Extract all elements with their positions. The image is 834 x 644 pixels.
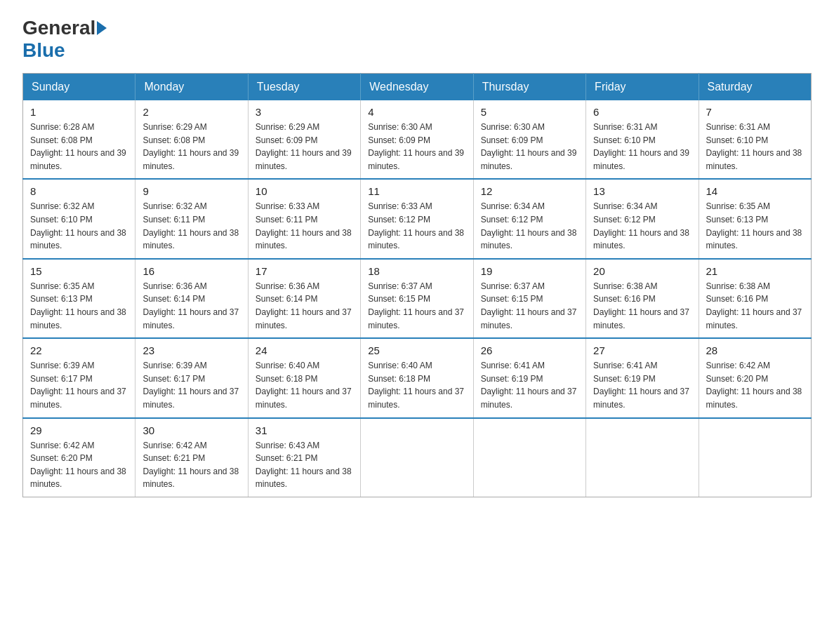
day-number: 24 [256, 344, 353, 356]
day-number: 28 [706, 344, 804, 356]
calendar-day-cell: 24Sunrise: 6:40 AMSunset: 6:18 PMDayligh… [248, 338, 360, 417]
day-info: Sunrise: 6:31 AMSunset: 6:10 PMDaylight:… [593, 121, 691, 173]
calendar-day-cell [699, 418, 811, 497]
day-info: Sunrise: 6:40 AMSunset: 6:18 PMDaylight:… [368, 359, 465, 411]
calendar-day-cell: 23Sunrise: 6:39 AMSunset: 6:17 PMDayligh… [135, 338, 248, 417]
day-info: Sunrise: 6:41 AMSunset: 6:19 PMDaylight:… [481, 359, 578, 411]
day-info: Sunrise: 6:33 AMSunset: 6:11 PMDaylight:… [256, 200, 353, 252]
calendar-day-cell [586, 418, 699, 497]
header-wednesday: Wednesday [361, 74, 473, 101]
calendar-day-cell: 11Sunrise: 6:33 AMSunset: 6:12 PMDayligh… [361, 179, 473, 258]
day-number: 5 [481, 106, 578, 118]
day-info: Sunrise: 6:35 AMSunset: 6:13 PMDaylight:… [30, 280, 128, 332]
header-sunday: Sunday [23, 74, 135, 101]
header-tuesday: Tuesday [248, 74, 360, 101]
day-info: Sunrise: 6:31 AMSunset: 6:10 PMDaylight:… [706, 121, 804, 173]
calendar-table: SundayMondayTuesdayWednesdayThursdayFrid… [22, 73, 812, 497]
day-info: Sunrise: 6:42 AMSunset: 6:20 PMDaylight:… [30, 439, 128, 491]
day-number: 6 [593, 106, 691, 118]
calendar-day-cell: 19Sunrise: 6:37 AMSunset: 6:15 PMDayligh… [473, 259, 585, 338]
calendar-week-row: 15Sunrise: 6:35 AMSunset: 6:13 PMDayligh… [23, 259, 812, 338]
calendar-day-cell: 27Sunrise: 6:41 AMSunset: 6:19 PMDayligh… [586, 338, 699, 417]
day-number: 4 [368, 106, 465, 118]
day-info: Sunrise: 6:32 AMSunset: 6:11 PMDaylight:… [143, 200, 240, 252]
logo: General Blue [22, 17, 108, 62]
day-info: Sunrise: 6:39 AMSunset: 6:17 PMDaylight:… [143, 359, 240, 411]
day-info: Sunrise: 6:38 AMSunset: 6:16 PMDaylight:… [593, 280, 691, 332]
day-info: Sunrise: 6:28 AMSunset: 6:08 PMDaylight:… [30, 121, 128, 173]
day-info: Sunrise: 6:42 AMSunset: 6:21 PMDaylight:… [143, 439, 240, 491]
calendar-day-cell: 9Sunrise: 6:32 AMSunset: 6:11 PMDaylight… [135, 179, 248, 258]
calendar-week-row: 1Sunrise: 6:28 AMSunset: 6:08 PMDaylight… [23, 100, 812, 179]
calendar-day-cell: 10Sunrise: 6:33 AMSunset: 6:11 PMDayligh… [248, 179, 360, 258]
day-info: Sunrise: 6:35 AMSunset: 6:13 PMDaylight:… [706, 200, 804, 252]
calendar-day-cell: 28Sunrise: 6:42 AMSunset: 6:20 PMDayligh… [699, 338, 811, 417]
day-number: 1 [30, 106, 128, 118]
day-info: Sunrise: 6:43 AMSunset: 6:21 PMDaylight:… [256, 439, 353, 491]
day-number: 21 [706, 265, 804, 277]
calendar-day-cell [361, 418, 473, 497]
day-number: 14 [706, 185, 804, 197]
day-info: Sunrise: 6:34 AMSunset: 6:12 PMDaylight:… [481, 200, 578, 252]
day-number: 9 [143, 185, 240, 197]
calendar-day-cell: 22Sunrise: 6:39 AMSunset: 6:17 PMDayligh… [23, 338, 135, 417]
calendar-day-cell: 20Sunrise: 6:38 AMSunset: 6:16 PMDayligh… [586, 259, 699, 338]
day-info: Sunrise: 6:37 AMSunset: 6:15 PMDaylight:… [368, 280, 465, 332]
day-info: Sunrise: 6:32 AMSunset: 6:10 PMDaylight:… [30, 200, 128, 252]
calendar-day-cell: 17Sunrise: 6:36 AMSunset: 6:14 PMDayligh… [248, 259, 360, 338]
header-friday: Friday [586, 74, 699, 101]
calendar-day-cell: 15Sunrise: 6:35 AMSunset: 6:13 PMDayligh… [23, 259, 135, 338]
day-info: Sunrise: 6:29 AMSunset: 6:09 PMDaylight:… [256, 121, 353, 173]
day-number: 18 [368, 265, 465, 277]
day-info: Sunrise: 6:30 AMSunset: 6:09 PMDaylight:… [481, 121, 578, 173]
day-number: 23 [143, 344, 240, 356]
day-number: 13 [593, 185, 691, 197]
day-number: 15 [30, 265, 128, 277]
day-number: 3 [256, 106, 353, 118]
calendar-day-cell: 12Sunrise: 6:34 AMSunset: 6:12 PMDayligh… [473, 179, 585, 258]
day-info: Sunrise: 6:42 AMSunset: 6:20 PMDaylight:… [706, 359, 804, 411]
day-number: 11 [368, 185, 465, 197]
header-saturday: Saturday [699, 74, 811, 101]
day-number: 31 [256, 424, 353, 436]
day-number: 20 [593, 265, 691, 277]
logo-arrow-icon [97, 21, 107, 35]
day-number: 22 [30, 344, 128, 356]
day-number: 10 [256, 185, 353, 197]
day-info: Sunrise: 6:40 AMSunset: 6:18 PMDaylight:… [256, 359, 353, 411]
day-number: 25 [368, 344, 465, 356]
header-monday: Monday [135, 74, 248, 101]
calendar-day-cell: 26Sunrise: 6:41 AMSunset: 6:19 PMDayligh… [473, 338, 585, 417]
day-info: Sunrise: 6:39 AMSunset: 6:17 PMDaylight:… [30, 359, 128, 411]
calendar-day-cell: 13Sunrise: 6:34 AMSunset: 6:12 PMDayligh… [586, 179, 699, 258]
day-info: Sunrise: 6:36 AMSunset: 6:14 PMDaylight:… [143, 280, 240, 332]
calendar-day-cell: 14Sunrise: 6:35 AMSunset: 6:13 PMDayligh… [699, 179, 811, 258]
day-number: 27 [593, 344, 691, 356]
day-number: 19 [481, 265, 578, 277]
calendar-day-cell: 16Sunrise: 6:36 AMSunset: 6:14 PMDayligh… [135, 259, 248, 338]
calendar-week-row: 22Sunrise: 6:39 AMSunset: 6:17 PMDayligh… [23, 338, 812, 417]
calendar-day-cell: 3Sunrise: 6:29 AMSunset: 6:09 PMDaylight… [248, 100, 360, 179]
calendar-day-cell: 1Sunrise: 6:28 AMSunset: 6:08 PMDaylight… [23, 100, 135, 179]
header-thursday: Thursday [473, 74, 585, 101]
calendar-day-cell: 6Sunrise: 6:31 AMSunset: 6:10 PMDaylight… [586, 100, 699, 179]
day-number: 2 [143, 106, 240, 118]
calendar-day-cell: 2Sunrise: 6:29 AMSunset: 6:08 PMDaylight… [135, 100, 248, 179]
calendar-day-cell: 29Sunrise: 6:42 AMSunset: 6:20 PMDayligh… [23, 418, 135, 497]
calendar-day-cell: 18Sunrise: 6:37 AMSunset: 6:15 PMDayligh… [361, 259, 473, 338]
calendar-day-cell: 8Sunrise: 6:32 AMSunset: 6:10 PMDaylight… [23, 179, 135, 258]
page-header: General Blue [22, 17, 812, 62]
day-number: 30 [143, 424, 240, 436]
calendar-week-row: 8Sunrise: 6:32 AMSunset: 6:10 PMDaylight… [23, 179, 812, 258]
day-info: Sunrise: 6:41 AMSunset: 6:19 PMDaylight:… [593, 359, 691, 411]
day-number: 7 [706, 106, 804, 118]
day-info: Sunrise: 6:30 AMSunset: 6:09 PMDaylight:… [368, 121, 465, 173]
calendar-day-cell: 4Sunrise: 6:30 AMSunset: 6:09 PMDaylight… [361, 100, 473, 179]
day-number: 29 [30, 424, 128, 436]
day-number: 8 [30, 185, 128, 197]
logo-general-text: General [22, 17, 95, 39]
day-number: 16 [143, 265, 240, 277]
calendar-day-cell: 5Sunrise: 6:30 AMSunset: 6:09 PMDaylight… [473, 100, 585, 179]
calendar-day-cell: 25Sunrise: 6:40 AMSunset: 6:18 PMDayligh… [361, 338, 473, 417]
calendar-week-row: 29Sunrise: 6:42 AMSunset: 6:20 PMDayligh… [23, 418, 812, 497]
